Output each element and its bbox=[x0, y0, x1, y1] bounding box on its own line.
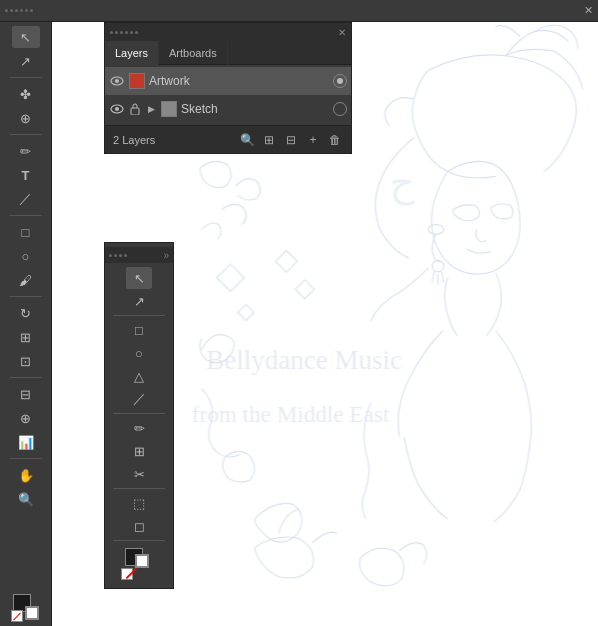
second-toolbar-expand[interactable]: » bbox=[163, 250, 169, 261]
direct-select-tool[interactable]: ↗ bbox=[12, 50, 40, 72]
scale-tool[interactable]: ⊞ bbox=[12, 326, 40, 348]
rectangle-tool[interactable]: □ bbox=[12, 221, 40, 243]
canvas-area: Bellydance Music from the Middle East ح bbox=[52, 22, 598, 626]
tool-separator-5 bbox=[10, 377, 42, 378]
grip-dots bbox=[5, 9, 33, 12]
svg-rect-3 bbox=[275, 250, 297, 272]
stroke-swatch[interactable] bbox=[25, 606, 39, 620]
layers-tabs: Layers Artboards bbox=[105, 41, 351, 65]
layer-color-sketch bbox=[161, 101, 177, 117]
tool-separator-1 bbox=[10, 77, 42, 78]
stb-scissors-tool[interactable]: ✂ bbox=[126, 463, 152, 485]
tab-artboards[interactable]: Artboards bbox=[159, 41, 228, 65]
layer-lock-sketch[interactable] bbox=[129, 103, 141, 115]
layer-visibility-sketch[interactable] bbox=[109, 101, 125, 117]
panel-close-button[interactable]: ✕ bbox=[338, 27, 346, 38]
stb-direct-select-tool[interactable]: ↗ bbox=[126, 290, 152, 312]
ellipse-tool[interactable]: ○ bbox=[12, 245, 40, 267]
lasso-tool[interactable]: ⊕ bbox=[12, 107, 40, 129]
panel-grip-dots bbox=[110, 31, 138, 34]
tab-layers[interactable]: Layers bbox=[105, 41, 159, 65]
stb-stroke-swatch[interactable] bbox=[135, 554, 149, 568]
layer-target-sketch[interactable] bbox=[333, 102, 347, 116]
stb-eraser-tool[interactable]: ◻ bbox=[126, 515, 152, 537]
stb-sep-2 bbox=[113, 413, 165, 414]
rotate-tool[interactable]: ↻ bbox=[12, 302, 40, 324]
stb-pen-tool[interactable]: △ bbox=[126, 365, 152, 387]
stb-tools: ↖ ↗ □ ○ △ ／ ✏ bbox=[105, 263, 173, 584]
svg-rect-5 bbox=[238, 304, 254, 320]
top-bar: ✕ bbox=[0, 0, 598, 22]
svg-point-10 bbox=[115, 79, 119, 83]
layers-footer: 2 Layers 🔍 ⊞ ⊟ + 🗑 bbox=[105, 125, 351, 153]
magic-wand-tool[interactable]: ✤ bbox=[12, 83, 40, 105]
svg-text:Bellydance Music: Bellydance Music bbox=[206, 345, 402, 375]
layer-visibility-artwork[interactable] bbox=[109, 73, 125, 89]
stb-sep-1 bbox=[113, 315, 165, 316]
stb-none-swatch[interactable] bbox=[121, 568, 133, 580]
pen-tool[interactable]: ✏ bbox=[12, 140, 40, 162]
create-new-layer-button[interactable]: + bbox=[305, 132, 321, 148]
stb-sep-3 bbox=[113, 488, 165, 489]
svg-point-12 bbox=[115, 107, 119, 111]
svg-text:from the Middle East: from the Middle East bbox=[192, 401, 390, 427]
left-toolbar: ↖ ↗ ✤ ⊕ ✏ T ／ □ ○ 🖌 ↻ ⊞ ⊡ ⊟ ⊕ 📊 ✋ 🔍 bbox=[0, 22, 52, 626]
stb-ellipse-tool[interactable]: ○ bbox=[126, 342, 152, 364]
stb-grid-tool[interactable]: ⊞ bbox=[126, 440, 152, 462]
graph-tool[interactable]: ⊟ bbox=[12, 383, 40, 405]
stb-color-swatches[interactable] bbox=[121, 548, 157, 580]
layers-list: Artwork ▶ bbox=[105, 65, 351, 125]
hand-tool[interactable]: ✋ bbox=[12, 464, 40, 486]
main-layout: ↖ ↗ ✤ ⊕ ✏ T ／ □ ○ 🖌 ↻ ⊞ ⊡ ⊟ ⊕ 📊 ✋ 🔍 bbox=[0, 22, 598, 626]
layer-row-sketch[interactable]: ▶ Sketch bbox=[105, 95, 351, 123]
tool-separator-4 bbox=[10, 296, 42, 297]
paintbrush-tool[interactable]: 🖌 bbox=[12, 269, 40, 291]
tool-separator-2 bbox=[10, 134, 42, 135]
svg-point-1 bbox=[432, 260, 444, 272]
line-tool[interactable]: ／ bbox=[12, 188, 40, 210]
close-button[interactable]: ✕ bbox=[584, 4, 593, 17]
symbol-tool[interactable]: ⊕ bbox=[12, 407, 40, 429]
delete-layer-button[interactable]: 🗑 bbox=[327, 132, 343, 148]
layer-options-button[interactable]: ⊞ bbox=[261, 132, 277, 148]
svg-rect-2 bbox=[217, 264, 244, 291]
color-swatches[interactable] bbox=[13, 594, 39, 620]
svg-text:ح: ح bbox=[390, 162, 416, 206]
second-toolbar: » ↖ ↗ □ ○ △ ／ bbox=[104, 242, 174, 589]
layer-expand-sketch[interactable]: ▶ bbox=[145, 103, 157, 115]
make-clipping-mask-button[interactable]: ⊟ bbox=[283, 132, 299, 148]
layer-target-artwork[interactable] bbox=[333, 74, 347, 88]
none-swatch[interactable] bbox=[11, 610, 23, 622]
stb-line-tool[interactable]: ／ bbox=[126, 388, 152, 410]
layers-panel: ✕ Layers Artboards Artwork bbox=[104, 22, 352, 154]
svg-rect-13 bbox=[131, 108, 139, 115]
layers-count: 2 Layers bbox=[113, 134, 233, 146]
stb-rectangle-tool[interactable]: □ bbox=[126, 319, 152, 341]
svg-rect-4 bbox=[295, 280, 314, 299]
zoom-tool[interactable]: 🔍 bbox=[12, 488, 40, 510]
layer-name-sketch: Sketch bbox=[181, 102, 329, 116]
layer-row-artwork[interactable]: Artwork bbox=[105, 67, 351, 95]
tool-separator-3 bbox=[10, 215, 42, 216]
svg-point-0 bbox=[428, 225, 443, 235]
stb-sep-4 bbox=[113, 540, 165, 541]
stb-pencil-tool[interactable]: ✏ bbox=[126, 417, 152, 439]
tool-separator-6 bbox=[10, 458, 42, 459]
stb-select-tool[interactable]: ↖ bbox=[126, 267, 152, 289]
panel-topbar[interactable]: ✕ bbox=[105, 23, 351, 41]
blend-tool[interactable]: ⊡ bbox=[12, 350, 40, 372]
select-tool[interactable]: ↖ bbox=[12, 26, 40, 48]
search-layers-button[interactable]: 🔍 bbox=[239, 132, 255, 148]
layer-name-artwork: Artwork bbox=[149, 74, 329, 88]
type-tool[interactable]: T bbox=[12, 164, 40, 186]
column-graph-tool[interactable]: 📊 bbox=[12, 431, 40, 453]
layer-color-artwork bbox=[129, 73, 145, 89]
second-toolbar-topbar[interactable]: » bbox=[105, 247, 173, 263]
stb-crop-tool[interactable]: ⬚ bbox=[126, 492, 152, 514]
